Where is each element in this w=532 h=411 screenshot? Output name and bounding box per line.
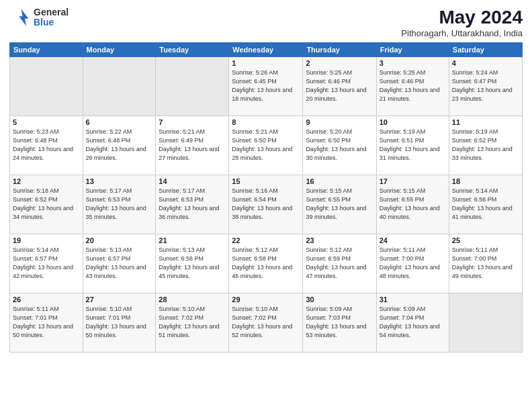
- col-sunday: Sunday: [10, 43, 83, 57]
- table-row: 7Sunrise: 5:21 AMSunset: 6:49 PMDaylight…: [156, 116, 229, 175]
- table-row: 8Sunrise: 5:21 AMSunset: 6:50 PMDaylight…: [229, 116, 303, 175]
- table-row: 28Sunrise: 5:10 AMSunset: 7:02 PMDayligh…: [156, 293, 229, 353]
- day-info: Sunrise: 5:23 AMSunset: 6:48 PMDaylight:…: [13, 128, 80, 163]
- day-info: Sunrise: 5:15 AMSunset: 6:55 PMDaylight:…: [306, 187, 373, 222]
- table-row: 23Sunrise: 5:12 AMSunset: 6:59 PMDayligh…: [303, 234, 376, 293]
- page-title: May 2024: [401, 7, 523, 28]
- day-number: 22: [232, 236, 300, 244]
- table-row: 20Sunrise: 5:13 AMSunset: 6:57 PMDayligh…: [83, 234, 156, 293]
- day-number: 29: [232, 295, 300, 304]
- day-info: Sunrise: 5:25 AMSunset: 6:46 PMDaylight:…: [306, 68, 373, 103]
- table-row: 24Sunrise: 5:11 AMSunset: 7:00 PMDayligh…: [376, 234, 449, 293]
- day-info: Sunrise: 5:11 AMSunset: 7:01 PMDaylight:…: [13, 305, 80, 340]
- table-row: 5Sunrise: 5:23 AMSunset: 6:48 PMDaylight…: [10, 116, 83, 175]
- day-number: 31: [380, 295, 446, 304]
- table-row: 16Sunrise: 5:15 AMSunset: 6:55 PMDayligh…: [303, 175, 376, 234]
- day-info: Sunrise: 5:21 AMSunset: 6:50 PMDaylight:…: [232, 128, 300, 163]
- page: General Blue May 2024 Pithoragarh, Uttar…: [0, 0, 532, 411]
- col-wednesday: Wednesday: [229, 43, 303, 57]
- day-number: 30: [306, 295, 373, 304]
- week-row-2: 5Sunrise: 5:23 AMSunset: 6:48 PMDaylight…: [10, 116, 523, 175]
- day-info: Sunrise: 5:24 AMSunset: 6:47 PMDaylight:…: [452, 68, 519, 103]
- page-subtitle: Pithoragarh, Uttarakhand, India: [401, 28, 523, 38]
- day-number: 2: [306, 59, 373, 67]
- day-number: 8: [232, 118, 300, 126]
- week-row-4: 19Sunrise: 5:14 AMSunset: 6:57 PMDayligh…: [10, 234, 523, 293]
- table-row: [156, 57, 229, 116]
- day-number: 20: [86, 236, 153, 244]
- day-number: 24: [380, 236, 446, 244]
- col-thursday: Thursday: [303, 43, 376, 57]
- table-row: 12Sunrise: 5:18 AMSunset: 6:52 PMDayligh…: [10, 175, 83, 234]
- day-number: 23: [306, 236, 373, 244]
- table-row: 31Sunrise: 5:09 AMSunset: 7:04 PMDayligh…: [376, 293, 449, 353]
- day-info: Sunrise: 5:09 AMSunset: 7:03 PMDaylight:…: [306, 305, 373, 340]
- day-info: Sunrise: 5:22 AMSunset: 6:48 PMDaylight:…: [86, 128, 153, 163]
- day-number: 27: [86, 295, 153, 304]
- day-number: 13: [86, 177, 153, 185]
- logo: General Blue: [9, 7, 69, 28]
- day-info: Sunrise: 5:25 AMSunset: 6:46 PMDaylight:…: [380, 68, 446, 103]
- logo-blue-text: Blue: [34, 17, 69, 28]
- table-row: [10, 57, 83, 116]
- day-number: 5: [13, 118, 80, 126]
- day-info: Sunrise: 5:16 AMSunset: 6:54 PMDaylight:…: [232, 187, 300, 222]
- col-tuesday: Tuesday: [156, 43, 229, 57]
- table-row: 13Sunrise: 5:17 AMSunset: 6:53 PMDayligh…: [83, 175, 156, 234]
- header: General Blue May 2024 Pithoragarh, Uttar…: [9, 7, 523, 38]
- day-info: Sunrise: 5:19 AMSunset: 6:52 PMDaylight:…: [452, 128, 519, 163]
- table-row: 21Sunrise: 5:13 AMSunset: 6:58 PMDayligh…: [156, 234, 229, 293]
- table-row: 14Sunrise: 5:17 AMSunset: 6:53 PMDayligh…: [156, 175, 229, 234]
- day-number: 3: [380, 59, 446, 67]
- day-info: Sunrise: 5:10 AMSunset: 7:02 PMDaylight:…: [159, 305, 226, 340]
- day-number: 21: [159, 236, 226, 244]
- day-number: 11: [452, 118, 519, 126]
- day-info: Sunrise: 5:17 AMSunset: 6:53 PMDaylight:…: [159, 187, 226, 222]
- day-number: 19: [13, 236, 80, 244]
- day-number: 18: [452, 177, 519, 185]
- col-saturday: Saturday: [449, 43, 522, 57]
- table-row: 1Sunrise: 5:26 AMSunset: 6:45 PMDaylight…: [229, 57, 303, 116]
- col-monday: Monday: [83, 43, 156, 57]
- table-row: 6Sunrise: 5:22 AMSunset: 6:48 PMDaylight…: [83, 116, 156, 175]
- table-row: 22Sunrise: 5:12 AMSunset: 6:58 PMDayligh…: [229, 234, 303, 293]
- day-number: 17: [380, 177, 446, 185]
- table-row: [83, 57, 156, 116]
- table-row: 4Sunrise: 5:24 AMSunset: 6:47 PMDaylight…: [449, 57, 522, 116]
- day-info: Sunrise: 5:19 AMSunset: 6:51 PMDaylight:…: [380, 128, 446, 163]
- week-row-3: 12Sunrise: 5:18 AMSunset: 6:52 PMDayligh…: [10, 175, 523, 234]
- svg-marker-0: [19, 9, 28, 26]
- day-info: Sunrise: 5:18 AMSunset: 6:52 PMDaylight:…: [13, 187, 80, 222]
- day-info: Sunrise: 5:13 AMSunset: 6:57 PMDaylight:…: [86, 246, 153, 281]
- table-row: 10Sunrise: 5:19 AMSunset: 6:51 PMDayligh…: [376, 116, 449, 175]
- table-row: 29Sunrise: 5:10 AMSunset: 7:02 PMDayligh…: [229, 293, 303, 353]
- day-number: 25: [452, 236, 519, 244]
- day-info: Sunrise: 5:09 AMSunset: 7:04 PMDaylight:…: [380, 305, 446, 340]
- day-info: Sunrise: 5:11 AMSunset: 7:00 PMDaylight:…: [380, 246, 446, 281]
- day-number: 28: [159, 295, 226, 304]
- table-row: 11Sunrise: 5:19 AMSunset: 6:52 PMDayligh…: [449, 116, 522, 175]
- table-row: 26Sunrise: 5:11 AMSunset: 7:01 PMDayligh…: [10, 293, 83, 353]
- day-number: 6: [86, 118, 153, 126]
- calendar: Sunday Monday Tuesday Wednesday Thursday…: [9, 42, 523, 353]
- day-info: Sunrise: 5:12 AMSunset: 6:59 PMDaylight:…: [306, 246, 373, 281]
- day-number: 10: [380, 118, 446, 126]
- logo-text: General Blue: [34, 7, 69, 28]
- day-info: Sunrise: 5:10 AMSunset: 7:01 PMDaylight:…: [86, 305, 153, 340]
- table-row: 25Sunrise: 5:11 AMSunset: 7:00 PMDayligh…: [449, 234, 522, 293]
- day-info: Sunrise: 5:11 AMSunset: 7:00 PMDaylight:…: [452, 246, 519, 281]
- day-number: 26: [13, 295, 80, 304]
- day-info: Sunrise: 5:13 AMSunset: 6:58 PMDaylight:…: [159, 246, 226, 281]
- table-row: 2Sunrise: 5:25 AMSunset: 6:46 PMDaylight…: [303, 57, 376, 116]
- col-friday: Friday: [376, 43, 449, 57]
- day-number: 15: [232, 177, 300, 185]
- table-row: 18Sunrise: 5:14 AMSunset: 6:56 PMDayligh…: [449, 175, 522, 234]
- logo-general-text: General: [34, 7, 69, 17]
- day-number: 16: [306, 177, 373, 185]
- table-row: 19Sunrise: 5:14 AMSunset: 6:57 PMDayligh…: [10, 234, 83, 293]
- day-info: Sunrise: 5:20 AMSunset: 6:50 PMDaylight:…: [306, 128, 373, 163]
- day-number: 1: [232, 59, 300, 67]
- day-info: Sunrise: 5:15 AMSunset: 6:55 PMDaylight:…: [380, 187, 446, 222]
- day-info: Sunrise: 5:12 AMSunset: 6:58 PMDaylight:…: [232, 246, 300, 281]
- day-number: 14: [159, 177, 226, 185]
